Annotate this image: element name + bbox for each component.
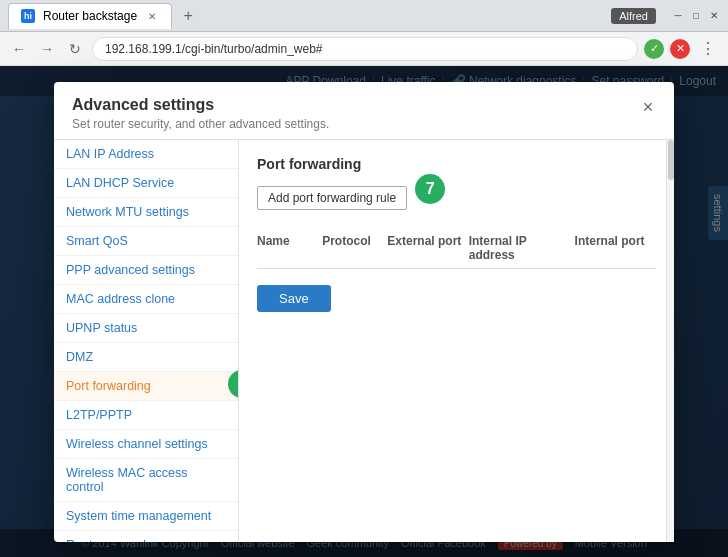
scrollbar-thumb[interactable] (668, 140, 674, 180)
sidebar-item-l2tp[interactable]: L2TP/PPTP (54, 401, 238, 430)
modal-body: LAN IP Address LAN DHCP Service Network … (54, 140, 674, 542)
tab-bar: hi Router backstage ✕ + (8, 3, 611, 29)
sidebar-item-time[interactable]: System time management (54, 502, 238, 531)
new-tab-button[interactable]: + (176, 4, 200, 28)
sidebar-item-lan-ip[interactable]: LAN IP Address (54, 140, 238, 169)
tab-label: Router backstage (43, 9, 137, 23)
browser-menu-button[interactable]: ⋮ (696, 37, 720, 60)
sidebar-item-wireless-mac[interactable]: Wireless MAC access control (54, 459, 238, 502)
modal-main-content: Port forwarding Add port forwarding rule… (239, 140, 674, 542)
url-text: 192.168.199.1/cgi-bin/turbo/admin_web# (105, 42, 323, 56)
tab-close-button[interactable]: ✕ (145, 9, 159, 23)
col-internal-port: Internal port (575, 234, 656, 262)
modal-close-button[interactable]: × (636, 96, 660, 120)
maximize-button[interactable]: □ (690, 10, 702, 22)
sidebar-item-dhcp[interactable]: LAN DHCP Service (54, 169, 238, 198)
scrollbar-track[interactable] (666, 140, 674, 542)
modal-subtitle: Set router security, and other advanced … (72, 117, 656, 131)
sidebar-item-port-forwarding[interactable]: Port forwarding 6 (54, 372, 238, 401)
user-badge: Alfred (611, 8, 656, 24)
page-background: APP Download | Live traffic | 🔗 Network … (0, 66, 728, 557)
sidebar-item-upnp[interactable]: UPNP status (54, 314, 238, 343)
modal-title: Advanced settings (72, 96, 656, 114)
sidebar-item-mac-clone[interactable]: MAC address clone (54, 285, 238, 314)
refresh-button[interactable]: ↻ (64, 38, 86, 60)
modal-sidebar: LAN IP Address LAN DHCP Service Network … (54, 140, 239, 542)
add-port-forwarding-rule-button[interactable]: Add port forwarding rule (257, 186, 407, 210)
save-button[interactable]: Save (257, 285, 331, 312)
section-title: Port forwarding (257, 156, 656, 172)
table-header: Name Protocol External port Internal IP … (257, 234, 656, 269)
browser-titlebar: hi Router backstage ✕ + Alfred ─ □ ✕ (0, 0, 728, 32)
badge-7: 7 (415, 174, 445, 204)
sidebar-item-dmz[interactable]: DMZ (54, 343, 238, 372)
minimize-button[interactable]: ─ (672, 10, 684, 22)
sidebar-item-mtu[interactable]: Network MTU settings (54, 198, 238, 227)
sidebar-item-upgrade[interactable]: Router upgrade management (54, 531, 238, 542)
address-bar-row: ← → ↻ 192.168.199.1/cgi-bin/turbo/admin_… (0, 32, 728, 66)
col-protocol: Protocol (322, 234, 387, 262)
close-window-button[interactable]: ✕ (708, 10, 720, 22)
col-internal-ip: Internal IP address (469, 234, 575, 262)
tab-favicon: hi (21, 9, 35, 23)
badge-6: 6 (228, 370, 239, 398)
security-warning-icon: ✕ (670, 39, 690, 59)
browser-tab[interactable]: hi Router backstage ✕ (8, 3, 172, 29)
advanced-settings-modal: Advanced settings Set router security, a… (54, 82, 674, 542)
col-name: Name (257, 234, 322, 262)
modal-overlay: Advanced settings Set router security, a… (0, 66, 728, 557)
back-button[interactable]: ← (8, 38, 30, 60)
col-external-port: External port (387, 234, 468, 262)
sidebar-item-ppp[interactable]: PPP advanced settings (54, 256, 238, 285)
address-bar[interactable]: 192.168.199.1/cgi-bin/turbo/admin_web# (92, 37, 638, 61)
sidebar-item-wireless-channel[interactable]: Wireless channel settings (54, 430, 238, 459)
security-icon: ✓ (644, 39, 664, 59)
forward-button[interactable]: → (36, 38, 58, 60)
window-controls: ─ □ ✕ (672, 10, 720, 22)
sidebar-item-qos[interactable]: Smart QoS (54, 227, 238, 256)
modal-header: Advanced settings Set router security, a… (54, 82, 674, 140)
